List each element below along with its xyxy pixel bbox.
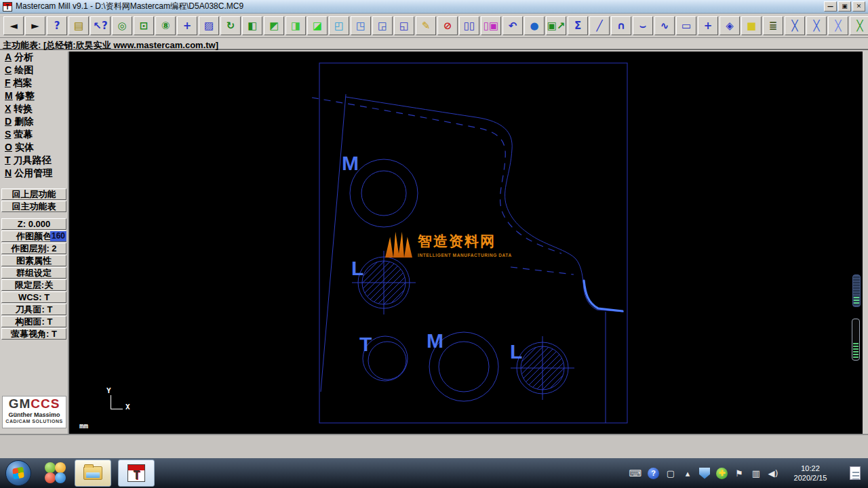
undelete-off-button[interactable]: ⊘ <box>437 16 458 35</box>
security-shield-icon[interactable] <box>699 468 710 479</box>
app-icon <box>3 2 12 12</box>
cplane-top-button[interactable]: ◰ <box>329 16 349 35</box>
language-bar-restore-icon[interactable]: ▢ <box>665 468 676 479</box>
point-button[interactable]: + <box>698 16 718 35</box>
draw-level-button[interactable]: 作图层别: 2 <box>1 243 66 254</box>
zoom-window-button[interactable]: ⊡ <box>134 16 154 35</box>
taskbar-clock[interactable]: 10:22 2020/2/15 <box>787 464 833 483</box>
pan-button[interactable]: + <box>177 16 197 35</box>
start-button[interactable] <box>5 460 31 486</box>
cplane-3d-button[interactable]: ◱ <box>394 16 414 35</box>
gmccs-line2: CAD/CAM SOLUTIONS <box>3 418 66 424</box>
screen-combine-button[interactable]: ▯▣ <box>481 16 501 35</box>
forward-button[interactable]: ► <box>25 16 45 35</box>
screen-view-button[interactable]: 萤幕视角: T <box>1 328 66 340</box>
minimize-button[interactable]: — <box>824 1 837 12</box>
menu-item-solids[interactable]: O实体 <box>0 142 68 155</box>
zoom-target-button[interactable]: ⑧ <box>155 16 176 35</box>
menu-item-xform[interactable]: X转换 <box>0 103 68 116</box>
menu-item-toolpaths[interactable]: T刀具路径 <box>0 155 68 167</box>
tool-plane-button[interactable]: 刀具面: T <box>1 304 66 315</box>
restore-button[interactable]: ▣ <box>838 1 851 12</box>
menu-item-screen[interactable]: S萤幕 <box>0 129 68 142</box>
z-depth-button[interactable]: Z: 0.000 <box>1 218 66 230</box>
menu-item-file[interactable]: F档案 <box>0 77 68 90</box>
zoom-dynamic-button[interactable]: ◎ <box>112 16 132 35</box>
network-icon[interactable]: ▥ <box>751 468 762 479</box>
line-button[interactable]: ╱ <box>589 16 610 35</box>
dock-handle-bottom[interactable] <box>852 319 860 361</box>
menu-item-utilities[interactable]: N公用管理 <box>0 167 68 180</box>
window-title: Mastercam Mill v9.1 - D:\资料网Mastercam编程\… <box>16 1 243 12</box>
trim-one-button[interactable]: ╳ <box>785 16 805 35</box>
gmccs-ccs: CCS <box>31 396 60 411</box>
repaint-button[interactable]: ▨ <box>199 16 219 35</box>
rectangle-button[interactable]: ▭ <box>676 16 696 35</box>
menu-item-delete[interactable]: D删除 <box>0 116 68 129</box>
sidebar: A分析C绘图F档案M修整X转换D删除S萤幕O实体T刀具路径N公用管理 回上层功能… <box>0 52 69 434</box>
trim-divide-button[interactable]: ╳ <box>828 16 848 35</box>
cplane-side-button[interactable]: ◲ <box>372 16 393 35</box>
sidebar-nav-block: 回上层功能回主功能表 <box>0 188 68 212</box>
sidebar-menu-list: A分析C绘图F档案M修整X转换D删除S萤幕O实体T刀具路径N公用管理 <box>0 52 68 180</box>
draw-color-button[interactable]: 作图颜色160 <box>1 230 66 242</box>
screen-next-button[interactable]: ▯▯ <box>459 16 479 35</box>
solids-history-button[interactable]: ▣↗ <box>546 16 566 35</box>
windows-flag-icon <box>12 467 24 480</box>
menu-item-analysis[interactable]: A分析 <box>0 52 68 64</box>
back-button[interactable]: ◄ <box>3 16 24 35</box>
spline-button[interactable]: ∿ <box>654 16 675 35</box>
gview-top-button[interactable]: ◧ <box>242 16 262 35</box>
file-manager-button[interactable]: ▤ <box>68 16 89 35</box>
keyboard-icon[interactable]: ⌨ <box>629 468 642 479</box>
gmccs-logo: GMCCS Günther Massimo CAD/CAM SOLUTIONS <box>2 396 66 428</box>
group-settings-button[interactable]: 群组设定 <box>1 267 66 279</box>
main-menu-button[interactable]: 回主功能表 <box>1 201 66 212</box>
dock-handle-top[interactable] <box>852 274 861 307</box>
drawing-canvas[interactable]: MLTML 智造资料网 INTELLIGENT MANUFACTURING DA… <box>69 52 863 434</box>
watermark-subtitle: INTELLIGENT MANUFACTURING DATA <box>418 253 512 258</box>
undo-button[interactable]: ↶ <box>502 16 523 35</box>
antivirus-icon[interactable]: ✚ <box>716 468 728 479</box>
close-button[interactable]: ✕ <box>852 1 865 12</box>
menu-item-modify[interactable]: M修整 <box>0 90 68 103</box>
solid-box-button[interactable]: ■ <box>741 16 762 35</box>
entity-attributes-button[interactable]: 图素属性 <box>1 255 66 266</box>
pencil-button[interactable]: ✎ <box>416 16 436 35</box>
construction-plane-button[interactable]: 构图面: T <box>1 316 66 327</box>
level-limit-button[interactable]: 限定层:关 <box>1 279 66 291</box>
notes-tray-button[interactable] <box>846 462 864 485</box>
trim-curve-button[interactable]: ⌣ <box>633 16 653 35</box>
cplane-front-button[interactable]: ◳ <box>351 16 371 35</box>
action-center-flag-icon[interactable]: ⚑ <box>734 468 745 479</box>
operations-manager-button[interactable]: ≣ <box>763 16 783 35</box>
backup-menu-button[interactable]: 回上层功能 <box>1 188 66 200</box>
clock-time: 10:22 <box>787 464 833 473</box>
show-hidden-icons-button[interactable]: ▴ <box>682 468 693 479</box>
taskbar: ⌨?▢▴✚⚑▥◀) 10:22 2020/2/15 <box>0 458 868 488</box>
menu-item-create[interactable]: C绘图 <box>0 64 68 77</box>
rotate-view-button[interactable]: ↻ <box>220 16 241 35</box>
arc-button[interactable]: ∩ <box>611 16 631 35</box>
watermark-logo-icon <box>385 232 412 258</box>
analyze-entity-button[interactable]: ↖? <box>90 16 111 35</box>
taskbar-explorer-button[interactable] <box>75 460 111 487</box>
job-setup-button[interactable]: Σ <box>568 16 588 35</box>
gview-front-button[interactable]: ◩ <box>264 16 284 35</box>
trim-two-button[interactable]: ╳ <box>806 16 827 35</box>
taskbar-app-colorful[interactable] <box>45 462 68 485</box>
input-help-icon[interactable]: ? <box>648 468 659 479</box>
gview-iso-button[interactable]: ◪ <box>307 16 328 35</box>
axis-gnomon: Y X <box>103 386 137 418</box>
trim-break-button[interactable]: ╳ <box>850 16 868 35</box>
surface-button[interactable]: ◈ <box>719 16 740 35</box>
gview-side-button[interactable]: ◨ <box>285 16 306 35</box>
clock-date: 2020/2/15 <box>787 473 833 483</box>
volume-icon[interactable]: ◀) <box>768 468 778 479</box>
taskbar-mastercam-button[interactable] <box>118 460 155 487</box>
mastercam-window: Mastercam Mill v9.1 - D:\资料网Mastercam编程\… <box>0 0 868 488</box>
help-button[interactable]: ? <box>47 16 67 35</box>
point-label-m-3: M <box>427 329 443 352</box>
shading-button[interactable]: ● <box>524 16 545 35</box>
wcs-button[interactable]: WCS: T <box>1 291 66 303</box>
